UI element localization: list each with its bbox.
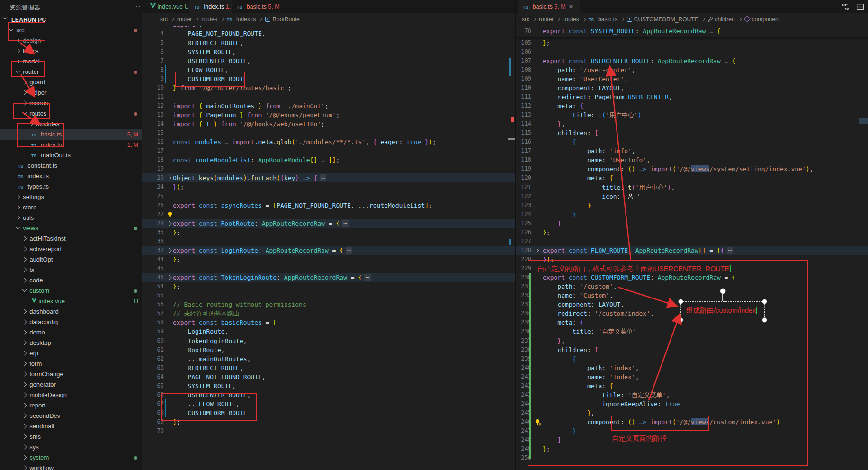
- line-number[interactable]: 6: [142, 47, 164, 56]
- code-line-66[interactable]: 66 USERCENTER_ROUTE,: [142, 390, 515, 399]
- breadcrumb-item-src[interactable]: src: [522, 16, 529, 23]
- line-number[interactable]: 59: [142, 327, 164, 336]
- code-line-125[interactable]: 125 ]: [516, 219, 868, 228]
- tree-item-types-ts[interactable]: TS types.ts: [0, 181, 142, 192]
- code-line-20[interactable]: 20Object.keys(modules).forEach((key) => …: [142, 173, 515, 182]
- code-line-243[interactable]: 243 title: '自定义菜单',: [516, 390, 868, 399]
- code-line-61[interactable]: 61 RootRoute,: [142, 345, 515, 354]
- code-line-26[interactable]: 26export const asyncRoutes = [PAGE_NOT_F…: [142, 201, 515, 210]
- tree-item-settings[interactable]: settings: [0, 192, 142, 202]
- line-number[interactable]: 20: [142, 173, 164, 182]
- code-line-123[interactable]: 123 }: [516, 201, 868, 210]
- tree-item-menus[interactable]: menus: [0, 98, 142, 108]
- code-line-28[interactable]: 28export const RootRoute: AppRouteRecord…: [142, 219, 515, 228]
- tree-item-basic-ts[interactable]: TS basic.ts5, M: [0, 129, 142, 140]
- code-line-250[interactable]: 250: [516, 453, 868, 462]
- code-line-10[interactable]: 10} from '/@/router/routes/basic';: [142, 83, 515, 92]
- line-number[interactable]: 10: [142, 83, 164, 92]
- selection-handle[interactable]: [678, 299, 683, 304]
- tree-item-views[interactable]: views: [0, 223, 142, 234]
- line-number[interactable]: 57: [142, 309, 164, 318]
- code-line-228[interactable]: 228}];: [516, 255, 868, 264]
- code-line-24[interactable]: 24});: [142, 182, 515, 191]
- tree-item-helper[interactable]: helper: [0, 88, 142, 98]
- overview-ruler-error-mark[interactable]: [511, 117, 514, 122]
- code-line-5[interactable]: 5 REDIRECT_ROUTE,: [142, 38, 515, 47]
- code-line-9[interactable]: 9 CUSTOMFORM_ROUTE: [142, 74, 515, 83]
- code-line-120[interactable]: 120 meta: {: [516, 173, 868, 182]
- line-number[interactable]: 120: [516, 173, 531, 182]
- code-line-69[interactable]: 69];: [142, 417, 515, 426]
- code-line-112[interactable]: 112 meta: {: [516, 101, 868, 110]
- code-line-57[interactable]: 57// 未经许可的基本路由: [142, 309, 515, 318]
- line-number[interactable]: 55: [142, 291, 164, 300]
- tree-item-routes[interactable]: routes: [0, 108, 142, 119]
- tree-item-sys[interactable]: sys: [0, 442, 142, 452]
- tree-item-modules[interactable]: modules: [0, 119, 142, 129]
- code-line-6[interactable]: 6 SYSTEM_ROUTE,: [142, 47, 515, 56]
- code-line-248[interactable]: 248 ]: [516, 435, 868, 444]
- line-number[interactable]: 37: [142, 246, 164, 255]
- tree-item-erp[interactable]: erp: [0, 348, 142, 359]
- line-number[interactable]: 24: [142, 182, 164, 191]
- lightbulb-icon[interactable]: [167, 211, 174, 218]
- line-number[interactable]: 3: [142, 26, 164, 29]
- code-line-55[interactable]: 55: [142, 291, 515, 300]
- tree-item-report[interactable]: report: [0, 400, 142, 411]
- tree-item-src[interactable]: src: [0, 25, 142, 36]
- line-number[interactable]: 61: [142, 345, 164, 354]
- line-number[interactable]: 63: [142, 363, 164, 372]
- tree-item-activereport[interactable]: activereport: [0, 244, 142, 254]
- code-line-107[interactable]: 107export const USERCENTER_ROUTE: AppRou…: [516, 56, 868, 65]
- code-line-108[interactable]: 108 path: '/user-center',: [516, 65, 868, 74]
- code-line-109[interactable]: 109 name: 'UserCenter',: [516, 74, 868, 83]
- code-line-64[interactable]: 64 PAGE_NOT_FOUND_ROUTE,: [142, 372, 515, 381]
- line-number[interactable]: 126: [516, 228, 531, 237]
- toggle-layout-icon[interactable]: [856, 3, 864, 11]
- code-line-249[interactable]: 249};: [516, 444, 868, 453]
- overview-ruler-modified-mark[interactable]: [509, 239, 511, 245]
- overview-ruler-modified-mark[interactable]: [509, 58, 511, 76]
- line-number[interactable]: 60: [142, 336, 164, 345]
- code-line-4[interactable]: 4 PAGE_NOT_FOUND_ROUTE,: [142, 29, 515, 38]
- line-number[interactable]: 106: [516, 47, 531, 56]
- line-number[interactable]: 111: [516, 92, 531, 101]
- line-number[interactable]: 27: [142, 210, 164, 219]
- tree-item-index-ts[interactable]: TS index.ts1, M: [0, 140, 142, 150]
- left-editor[interactable]: 3import {4 PAGE_NOT_FOUND_ROUTE,5 REDIRE…: [142, 26, 515, 470]
- line-number[interactable]: 112: [516, 101, 531, 110]
- code-line-242[interactable]: 242 meta: {: [516, 381, 868, 390]
- line-number[interactable]: 15: [142, 128, 164, 137]
- breadcrumb-item-children[interactable]: children: [715, 16, 735, 23]
- line-number[interactable]: 14: [142, 119, 164, 128]
- line-number[interactable]: 127: [516, 237, 531, 246]
- workspace-section-header[interactable]: LEARUN PC: [0, 15, 142, 25]
- code-line-58[interactable]: 58export const basicRoutes = [: [142, 318, 515, 327]
- line-number[interactable]: 58: [142, 318, 164, 327]
- breadcrumb-item-routes[interactable]: routes: [563, 16, 579, 23]
- code-line-116[interactable]: 116 {: [516, 137, 868, 146]
- line-number[interactable]: 45: [142, 264, 164, 273]
- code-line-231[interactable]: 231 path: '/custom',: [516, 282, 868, 291]
- line-number[interactable]: 56: [142, 300, 164, 309]
- line-number[interactable]: 35: [142, 228, 164, 237]
- tree-item-actHiTaskinst[interactable]: actHiTaskinst: [0, 234, 142, 244]
- code-line-128[interactable]: 128export const FLOW_ROUTE: AppRouteReco…: [516, 246, 868, 255]
- line-number[interactable]: 66: [142, 390, 164, 399]
- code-line-127[interactable]: 127: [516, 237, 868, 246]
- line-number[interactable]: 5: [142, 38, 164, 47]
- tree-item-design[interactable]: design: [0, 36, 142, 46]
- code-line-124[interactable]: 124 }: [516, 210, 868, 219]
- line-number[interactable]: 67: [142, 399, 164, 408]
- overview-ruler-mark[interactable]: [859, 118, 868, 124]
- line-number[interactable]: 16: [142, 137, 164, 146]
- code-line-14[interactable]: 14import { t } from '/@/hooks/web/useI18…: [142, 119, 515, 128]
- code-line-36[interactable]: 36: [142, 237, 515, 246]
- code-line-245[interactable]: 245 },: [516, 408, 868, 417]
- tree-item-sms[interactable]: sms: [0, 432, 142, 442]
- right-editor[interactable]: 104 },105};106107export const USERCENTER…: [516, 26, 868, 470]
- code-line-68[interactable]: 68 CUSTOMFORM_ROUTE: [142, 408, 515, 417]
- code-line-236[interactable]: 236 title: '自定义菜单': [516, 327, 868, 336]
- tree-item-dashboard[interactable]: dashboard: [0, 307, 142, 317]
- line-number[interactable]: 68: [142, 408, 164, 417]
